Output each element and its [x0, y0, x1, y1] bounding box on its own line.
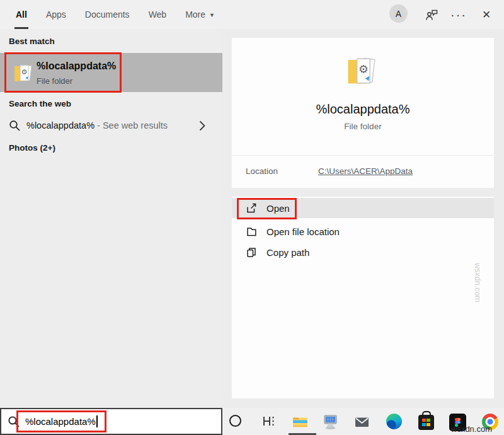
action-open[interactable]: Open	[232, 198, 494, 218]
action-open-label: Open	[266, 203, 290, 214]
location-label: Location	[246, 166, 278, 176]
windows-search-flyout: All Apps Documents Web More▼ A ··· ✕ Bes…	[0, 0, 504, 435]
tab-all[interactable]: All	[16, 0, 27, 29]
search-icon	[9, 120, 20, 131]
chevron-right-icon[interactable]	[199, 120, 206, 131]
photos-heading: Photos (2+)	[9, 143, 55, 153]
search-filter-tabbar: All Apps Documents Web More▼ A ··· ✕	[0, 0, 504, 30]
watermark-vertical: wsxdn.com	[473, 263, 482, 303]
web-search-text: %localappdata% - See web results	[26, 114, 168, 137]
action-copy-path-label: Copy path	[266, 247, 309, 258]
preview-header-card: %localappdata% File folder	[232, 38, 494, 156]
feedback-icon[interactable]	[423, 0, 440, 29]
edge-icon[interactable]	[386, 414, 402, 429]
best-match-result[interactable]: %localappdata% File folder	[0, 53, 222, 92]
location-link[interactable]: C:\Users\ACER\AppData	[318, 166, 413, 176]
tab-apps[interactable]: Apps	[46, 0, 66, 29]
action-copy-path[interactable]: Copy path	[232, 242, 494, 262]
copy-icon	[246, 246, 257, 258]
best-match-subtitle: File folder	[37, 76, 72, 86]
search-icon	[8, 415, 20, 427]
file-explorer-icon[interactable]	[292, 414, 309, 430]
folder-gear-icon-large	[344, 51, 382, 89]
folder-gear-icon	[12, 61, 36, 84]
location-card: Location C:\Users\ACER\AppData	[232, 156, 494, 188]
action-open-file-location[interactable]: Open file location	[232, 221, 494, 241]
results-panel: Best match %localappdata% File folder Se…	[0, 29, 222, 408]
preview-title: %localappdata%	[232, 102, 494, 117]
open-launch-icon	[246, 202, 257, 214]
microsoft-store-icon[interactable]	[418, 415, 434, 430]
watermark-bottom: wsxdn.com	[451, 424, 492, 434]
tab-web[interactable]: Web	[149, 0, 167, 29]
task-view-icon[interactable]	[261, 414, 276, 429]
actions-card: Open Open file location Copy path	[232, 197, 494, 398]
tab-more[interactable]: More▼	[185, 0, 215, 29]
mail-icon[interactable]	[354, 415, 370, 430]
store-logo	[422, 419, 430, 426]
preview-panel: %localappdata% File folder Location C:\U…	[222, 29, 504, 408]
preview-subtitle: File folder	[232, 122, 494, 131]
search-input-value: %localappdata%	[25, 416, 96, 427]
action-open-file-location-label: Open file location	[266, 226, 340, 237]
search-web-heading: Search the web	[9, 99, 71, 108]
user-avatar[interactable]: A	[389, 4, 408, 23]
text-caret	[96, 415, 98, 427]
cortana-icon[interactable]	[229, 415, 241, 427]
close-icon[interactable]: ✕	[478, 0, 495, 29]
chevron-down-icon: ▼	[209, 12, 215, 18]
best-match-title: %localappdata%	[37, 61, 116, 72]
best-match-heading: Best match	[9, 37, 55, 46]
web-search-result[interactable]: %localappdata% - See web results	[0, 114, 222, 137]
folder-location-icon	[246, 226, 257, 237]
keyboard-app-icon[interactable]	[322, 414, 339, 431]
tab-documents[interactable]: Documents	[85, 0, 130, 29]
search-input[interactable]: %localappdata%	[0, 408, 222, 435]
